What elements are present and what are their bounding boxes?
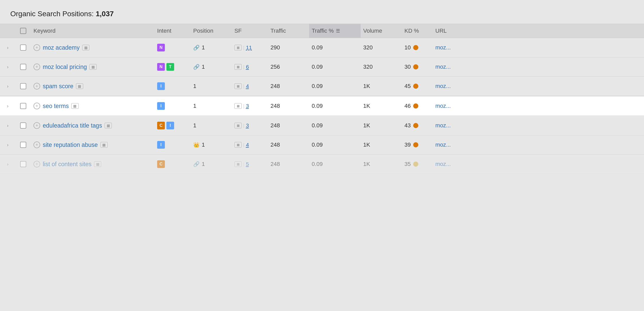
row-expand-eduleadafrica-title-tags[interactable]: ›	[0, 123, 15, 128]
add-keyword-icon-moz-local-pricing[interactable]: +	[33, 64, 40, 70]
keyword-link-seo-terms[interactable]: seo terms	[43, 103, 69, 110]
link-icon: 🔗	[193, 161, 200, 167]
keyword-cell-moz-local-pricing: + moz local pricing ▦	[31, 64, 155, 70]
kd-cell-moz-local-pricing: 30	[402, 64, 433, 70]
sf-number-moz-local-pricing[interactable]: 6	[246, 64, 249, 70]
row-checkbox-moz-academy[interactable]	[20, 45, 26, 51]
volume-cell-seo-terms: 1K	[361, 103, 402, 109]
sf-number-seo-terms[interactable]: 3	[246, 103, 249, 109]
add-keyword-icon-seo-terms[interactable]: +	[33, 103, 40, 109]
sf-number-moz-academy[interactable]: 11	[246, 45, 252, 51]
keyword-link-site-reputation-abuse[interactable]: site reputation abuse	[43, 141, 98, 148]
volume-cell-moz-academy: 320	[361, 44, 402, 51]
position-cell-eduleadafrica-title-tags: 1	[191, 122, 232, 129]
row-checkbox-spam-score[interactable]	[20, 83, 26, 89]
row-checkbox-list-of-content-sites[interactable]	[20, 161, 26, 167]
page-icon-moz-academy: ▦	[82, 45, 89, 50]
keyword-link-eduleadafrica-title-tags[interactable]: eduleadafrica title tags	[43, 122, 102, 129]
sf-number-spam-score[interactable]: 4	[246, 83, 249, 89]
sf-number-list-of-content-sites[interactable]: 5	[246, 161, 249, 167]
url-cell-spam-score[interactable]: moz...	[433, 83, 484, 90]
kd-cell-seo-terms: 46	[402, 103, 433, 109]
add-keyword-icon-list-of-content-sites[interactable]: +	[33, 161, 40, 167]
url-cell-list-of-content-sites[interactable]: moz...	[433, 161, 484, 167]
volume-cell-moz-local-pricing: 320	[361, 64, 402, 70]
page-icon-site-reputation-abuse: ▦	[100, 142, 108, 148]
position-cell-list-of-content-sites: 🔗 1	[191, 161, 232, 167]
sf-cell-list-of-content-sites: ▦ | 5	[232, 161, 268, 167]
add-keyword-icon-eduleadafrica-title-tags[interactable]: +	[33, 122, 40, 129]
page-icon-eduleadafrica-title-tags: ▦	[105, 123, 112, 128]
sf-divider-moz-local-pricing: |	[243, 64, 244, 70]
add-keyword-icon-moz-academy[interactable]: +	[33, 44, 40, 51]
traffic-pct-cell-list-of-content-sites: 0.09	[309, 161, 361, 167]
row-checkbox-site-reputation-abuse[interactable]	[20, 142, 26, 148]
intent-cell-site-reputation-abuse: I	[155, 141, 191, 149]
keyword-link-moz-academy[interactable]: moz academy	[43, 44, 80, 51]
add-keyword-icon-spam-score[interactable]: +	[33, 83, 40, 90]
link-icon: 🔗	[193, 45, 200, 51]
sf-divider-site-reputation-abuse: |	[243, 142, 244, 148]
keyword-link-spam-score[interactable]: spam score	[43, 83, 73, 90]
traffic-cell-spam-score: 248	[268, 83, 309, 90]
table-row: › + seo terms ▦ I 1 ▦ | 3 248 0.09 1K 46…	[0, 96, 644, 116]
row-expand-spam-score[interactable]: ›	[0, 84, 15, 89]
header-traffic-pct[interactable]: Traffic % ☰	[309, 24, 361, 38]
intent-badge: I	[157, 141, 165, 149]
header-checkbox[interactable]	[20, 28, 26, 34]
kd-value-seo-terms: 46	[404, 103, 411, 109]
kd-value-moz-local-pricing: 30	[404, 64, 411, 70]
add-keyword-icon-site-reputation-abuse[interactable]: +	[33, 141, 40, 148]
row-expand-site-reputation-abuse[interactable]: ›	[0, 142, 15, 148]
keyword-cell-spam-score: + spam score ▦	[31, 83, 155, 90]
page-wrapper: Organic Search Positions: 1,037 Keyword …	[0, 0, 644, 311]
row-checkbox-seo-terms[interactable]	[20, 103, 26, 109]
position-value-site-reputation-abuse: 1	[202, 141, 205, 148]
page-icon-list-of-content-sites: ▦	[94, 161, 101, 167]
header-kd: KD %	[402, 28, 433, 34]
row-expand-moz-academy[interactable]: ›	[0, 45, 15, 50]
row-expand-moz-local-pricing[interactable]: ›	[0, 64, 15, 70]
header-checkbox-col[interactable]	[15, 28, 31, 34]
keyword-link-moz-local-pricing[interactable]: moz local pricing	[43, 64, 87, 70]
sf-divider-list-of-content-sites: |	[243, 162, 244, 167]
filter-icon[interactable]: ☰	[336, 28, 340, 34]
row-checkbox-eduleadafrica-title-tags[interactable]	[20, 122, 26, 129]
keyword-link-list-of-content-sites[interactable]: list of content sites	[43, 161, 91, 168]
position-cell-site-reputation-abuse: 👑 1	[191, 141, 232, 148]
sf-divider-moz-academy: |	[243, 45, 244, 50]
traffic-pct-cell-moz-academy: 0.09	[309, 44, 361, 51]
sf-img-icon-moz-local-pricing: ▦	[234, 64, 242, 70]
header-traffic: Traffic	[268, 28, 309, 34]
keyword-cell-moz-academy: + moz academy ▦	[31, 44, 155, 51]
url-cell-eduleadafrica-title-tags[interactable]: moz...	[433, 122, 484, 129]
kd-dot-seo-terms	[413, 103, 418, 109]
sf-cell-seo-terms: ▦ | 3	[232, 103, 268, 109]
kd-value-spam-score: 45	[404, 83, 411, 90]
row-checkbox-moz-local-pricing[interactable]	[20, 64, 26, 70]
row-expand-seo-terms[interactable]: ›	[0, 103, 15, 109]
header-position: Position	[191, 28, 232, 34]
url-cell-seo-terms[interactable]: moz...	[433, 103, 484, 109]
row-expand-list-of-content-sites[interactable]: ›	[0, 162, 15, 167]
kd-cell-eduleadafrica-title-tags: 43	[402, 122, 433, 129]
keyword-cell-seo-terms: + seo terms ▦	[31, 103, 155, 110]
sf-number-eduleadafrica-title-tags[interactable]: 3	[246, 122, 249, 129]
table-header-row: Keyword Intent Position SF Traffic Traff…	[0, 24, 644, 38]
url-cell-site-reputation-abuse[interactable]: moz...	[433, 141, 484, 148]
intent-badge: N	[157, 63, 165, 71]
kd-dot-spam-score	[413, 84, 418, 89]
url-cell-moz-local-pricing[interactable]: moz...	[433, 64, 484, 70]
kd-dot-list-of-content-sites	[413, 162, 418, 167]
position-value-list-of-content-sites: 1	[202, 161, 205, 167]
row-checkbox-cell-spam-score	[15, 83, 31, 89]
row-checkbox-cell-site-reputation-abuse	[15, 142, 31, 148]
kd-dot-moz-local-pricing	[413, 64, 418, 69]
sf-img-icon-site-reputation-abuse: ▦	[234, 142, 242, 148]
sf-img-icon-seo-terms: ▦	[234, 103, 242, 109]
sf-number-site-reputation-abuse[interactable]: 4	[246, 142, 249, 148]
keyword-cell-site-reputation-abuse: + site reputation abuse ▦	[31, 141, 155, 148]
intent-cell-spam-score: I	[155, 82, 191, 90]
url-cell-moz-academy[interactable]: moz...	[433, 44, 484, 51]
intent-cell-eduleadafrica-title-tags: CI	[155, 122, 191, 129]
